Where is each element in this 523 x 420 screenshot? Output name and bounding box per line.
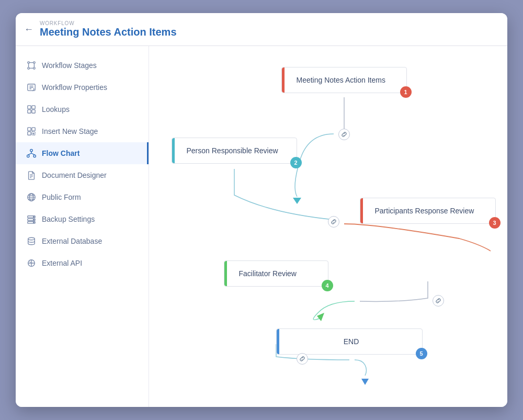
sidebar-item-document-designer[interactable]: Document Designer [16,164,149,186]
link-icon-3[interactable] [433,295,444,307]
svg-rect-16 [28,128,31,131]
title-bar: ← WORKFLOW Meeting Notes Action Items [16,13,507,46]
stage-3-label: Participants Response Review [375,207,474,215]
lookups-icon [26,104,37,115]
backup-icon [26,214,37,224]
sidebar: Workflow Stages Workflow Properties [16,46,149,407]
sidebar-label-flow-chart: Flow Chart [42,149,79,157]
app-window: ← WORKFLOW Meeting Notes Action Items Wo… [16,13,507,407]
stage-2-badge: 2 [290,157,302,168]
svg-rect-13 [32,106,35,109]
page-title: Meeting Notes Action Items [40,26,177,38]
svg-line-27 [31,153,35,155]
stage-4-badge: 4 [322,280,333,291]
svg-rect-15 [32,110,35,113]
link-icon-2[interactable] [328,216,339,228]
sidebar-label-external-api: External API [42,259,82,267]
svg-point-39 [33,217,35,218]
sidebar-item-workflow-properties[interactable]: Workflow Properties [16,76,149,98]
stage-2-box[interactable]: Person Responsible Review 2 [172,138,297,164]
svg-point-22 [30,149,33,152]
sidebar-item-external-api[interactable]: External API [16,252,149,274]
svg-marker-44 [293,198,301,204]
svg-point-41 [33,222,35,223]
svg-rect-17 [32,128,35,131]
workflow-label: WORKFLOW [40,20,177,26]
title-block: WORKFLOW Meeting Notes Action Items [40,20,177,38]
stage-4-label: Facilitator Review [239,269,297,278]
svg-marker-46 [317,313,324,321]
main-content: Meeting Notes Action Items 1 Person Resp… [149,46,507,407]
stages-icon [26,60,37,71]
stage-2-label: Person Responsible Review [187,146,278,155]
link-icon-4[interactable] [297,353,308,365]
stage-5-label: END [291,337,412,346]
sidebar-label-insert-new-stage: Insert New Stage [42,127,98,135]
stage-1-badge: 1 [400,86,412,98]
svg-point-3 [33,67,36,70]
sidebar-item-backup-settings[interactable]: Backup Settings [16,208,149,230]
svg-point-1 [33,62,36,64]
svg-point-24 [33,155,36,157]
svg-marker-47 [361,379,369,385]
flow-chart-area: Meeting Notes Action Items 1 Person Resp… [166,56,491,391]
svg-point-0 [28,62,30,64]
sidebar-label-public-form: Public Form [42,193,81,201]
api-icon [26,258,37,268]
svg-point-23 [27,155,29,157]
stage-2-bar [172,138,175,163]
stage-5-badge: 5 [416,348,427,359]
stage-3-box[interactable]: Participants Response Review 3 [360,198,496,224]
stage-1-label: Meeting Notes Action Items [297,76,385,84]
sidebar-label-backup-settings: Backup Settings [42,215,95,223]
stage-3-bar [360,198,363,223]
database-icon [26,236,37,246]
flow-icon [26,148,37,158]
svg-point-2 [28,67,30,70]
sidebar-label-lookups: Lookups [42,105,70,113]
sidebar-item-insert-new-stage[interactable]: Insert New Stage [16,120,149,142]
svg-point-40 [33,219,35,220]
sidebar-label-document-designer: Document Designer [42,171,107,179]
sidebar-item-external-database[interactable]: External Database [16,230,149,252]
svg-rect-14 [28,110,31,113]
svg-rect-18 [28,132,31,135]
content-area: Workflow Stages Workflow Properties [16,46,507,407]
sidebar-item-flow-chart[interactable]: Flow Chart [16,142,149,164]
stage-5-box[interactable]: END 5 [276,328,423,355]
document-icon [26,170,37,180]
sidebar-item-public-form[interactable]: Public Form [16,186,149,208]
globe-icon [26,192,37,202]
sidebar-label-external-database: External Database [42,237,102,245]
stage-4-box[interactable]: Facilitator Review 4 [224,260,328,287]
stage-3-badge: 3 [489,217,501,229]
sidebar-item-lookups[interactable]: Lookups [16,98,149,120]
sidebar-item-workflow-stages[interactable]: Workflow Stages [16,54,149,76]
stage-5-bar [277,329,279,354]
link-icon-1[interactable] [338,129,350,140]
back-button[interactable]: ← [24,25,33,34]
stage-4-bar [224,261,227,286]
svg-rect-12 [28,106,31,109]
stage-1-bar [282,67,285,93]
properties-icon [26,82,37,93]
insert-icon [26,126,37,137]
stage-1-box[interactable]: Meeting Notes Action Items 1 [281,67,407,93]
sidebar-label-workflow-stages: Workflow Stages [42,61,97,70]
svg-line-26 [28,153,31,155]
svg-point-42 [28,237,35,240]
sidebar-label-workflow-properties: Workflow Properties [42,83,107,92]
